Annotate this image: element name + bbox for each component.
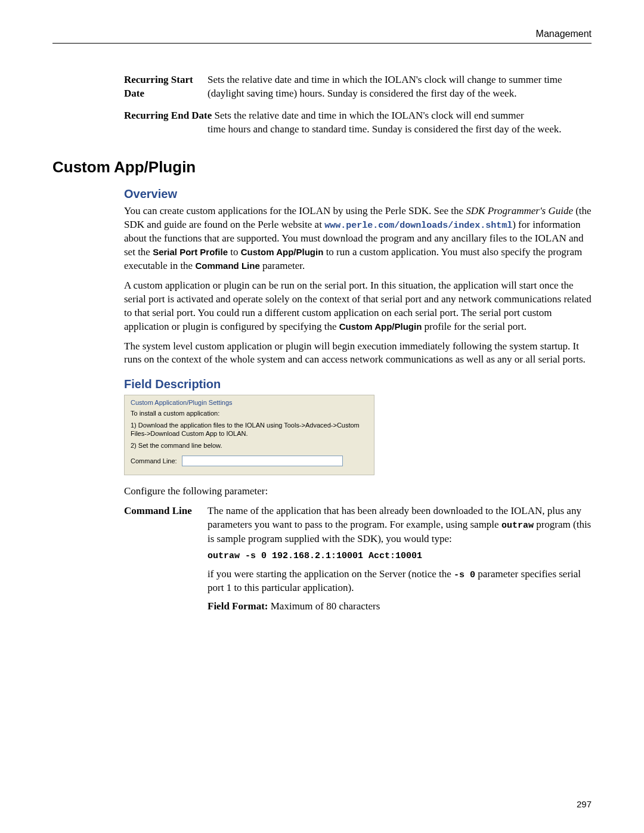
- header-rule: [52, 43, 592, 44]
- overview-p1: You can create custom applications for t…: [124, 205, 592, 273]
- sdk-guide-title: SDK Programmer's Guide: [466, 205, 573, 216]
- panel-line-step2: 2) Set the command line below.: [131, 442, 368, 450]
- param-command-line: Command Line The name of the application…: [124, 504, 592, 618]
- text: Maximum of 80 characters: [268, 600, 380, 612]
- section-title-custom-app: Custom App/Plugin: [52, 158, 592, 176]
- flag-s0: -s 0: [454, 570, 475, 580]
- panel-title: Custom Application/Plugin Settings: [131, 399, 368, 406]
- overview-p3: The system level custom application or p…: [124, 340, 592, 367]
- command-line-label: Command Line:: [131, 457, 177, 465]
- page: Management Recurring Start Date Sets the…: [0, 0, 644, 833]
- def-term: Recurring Start Date: [124, 73, 208, 101]
- text: You can create custom applications for t…: [124, 205, 466, 216]
- def-desc: Sets the relative date and time in which…: [208, 73, 592, 101]
- def-term: Recurring End Date: [124, 110, 212, 121]
- param-term: Command Line: [124, 504, 208, 618]
- page-number: 297: [577, 799, 592, 809]
- text: parameter.: [260, 260, 305, 271]
- text: to: [228, 246, 241, 258]
- command-line-row: Command Line:: [131, 456, 368, 466]
- def-desc-rest: time hours and change to standard time. …: [208, 123, 592, 137]
- def-recurring-end: Recurring End Date Sets the relative dat…: [124, 109, 592, 137]
- outraw-program: outraw: [501, 521, 534, 531]
- command-example: outraw -s 0 192.168.2.1:10001 Acct:10001: [208, 550, 592, 562]
- overview-p2: A custom application or plugin can be ru…: [124, 279, 592, 334]
- panel-line-install: To install a custom application:: [131, 410, 368, 418]
- overview-heading: Overview: [124, 187, 592, 201]
- field-format-label: Field Format:: [208, 600, 268, 612]
- custom-app-plugin-label: Custom App/Plugin: [241, 247, 324, 257]
- param-desc: The name of the application that has bee…: [208, 504, 592, 618]
- custom-app-settings-panel: Custom Application/Plugin Settings To in…: [124, 395, 374, 475]
- overview-block: Overview You can create custom applicati…: [124, 187, 592, 618]
- field-description-heading: Field Description: [124, 377, 592, 391]
- definitions-block: Recurring Start Date Sets the relative d…: [124, 73, 592, 137]
- def-recurring-start: Recurring Start Date Sets the relative d…: [124, 73, 592, 101]
- command-line-label: Command Line: [195, 261, 259, 271]
- def-desc-first: Sets the relative date and time in which…: [215, 110, 524, 121]
- configure-parameter-line: Configure the following parameter:: [124, 485, 592, 498]
- command-line-input[interactable]: [182, 456, 343, 466]
- panel-line-step1: 1) Download the application files to the…: [131, 422, 368, 438]
- running-header: Management: [52, 29, 592, 43]
- text: profile for the serial port.: [422, 321, 527, 332]
- custom-app-plugin-label: Custom App/Plugin: [339, 321, 422, 332]
- text: if you were starting the application on …: [208, 568, 454, 580]
- perle-downloads-link[interactable]: www.perle.com/downloads/index.shtml: [324, 221, 512, 231]
- serial-port-profile-label: Serial Port Profile: [153, 247, 228, 257]
